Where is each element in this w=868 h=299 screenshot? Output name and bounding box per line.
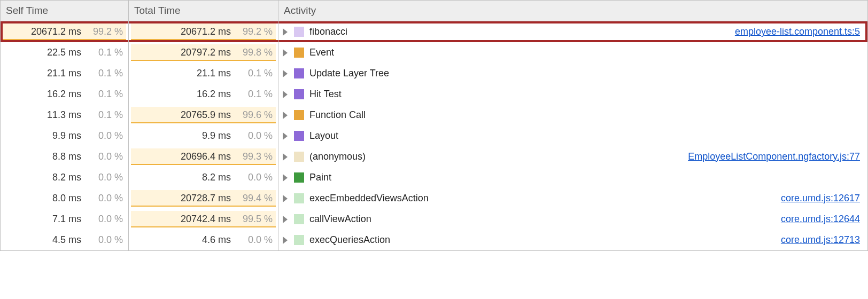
table-header: Self Time Total Time Activity [1, 1, 867, 21]
self-time-pct: 99.2 % [84, 26, 123, 37]
category-swatch-icon [294, 214, 304, 224]
col-header-self[interactable]: Self Time [1, 1, 129, 21]
total-time-cell: 4.6 ms0.0 % [129, 230, 278, 250]
table-row[interactable]: 11.3 ms0.1 %20765.9 ms99.6 %Function Cal… [1, 105, 867, 125]
total-time-pct: 0.1 % [234, 68, 273, 79]
table-row[interactable]: 9.9 ms0.0 %9.9 ms0.0 %Layout [1, 125, 867, 146]
self-time-ms: 22.5 ms [17, 47, 81, 58]
disclosure-triangle-icon[interactable] [283, 174, 288, 182]
total-time-ms: 4.6 ms [167, 234, 231, 246]
disclosure-triangle-icon[interactable] [283, 70, 288, 77]
activity-name: execEmbeddedViewsAction [309, 193, 776, 204]
total-time-cell: 16.2 ms0.1 % [129, 84, 278, 105]
total-time-pct: 0.1 % [234, 89, 273, 100]
self-time-pct: 0.0 % [84, 151, 123, 162]
source-link[interactable]: core.umd.js:12644 [781, 214, 860, 225]
total-time-cell: 8.2 ms0.0 % [129, 167, 278, 188]
source-link[interactable]: EmployeeListComponent.ngfactory.js:77 [688, 151, 860, 162]
disclosure-triangle-icon[interactable] [283, 195, 288, 202]
total-time-ms: 20742.4 ms [167, 214, 231, 225]
table-row[interactable]: 7.1 ms0.0 %20742.4 ms99.5 %callViewActio… [1, 209, 867, 230]
activity-name: Layout [309, 130, 860, 141]
category-swatch-icon [294, 89, 304, 99]
disclosure-triangle-icon[interactable] [283, 91, 288, 98]
self-time-pct: 0.0 % [84, 234, 123, 246]
category-swatch-icon [294, 193, 304, 203]
category-swatch-icon [294, 235, 304, 245]
total-time-ms: 20765.9 ms [167, 109, 231, 121]
disclosure-triangle-icon[interactable] [283, 49, 288, 57]
self-time-ms: 8.8 ms [17, 151, 81, 162]
disclosure-triangle-icon[interactable] [283, 237, 288, 244]
total-time-cell: 20765.9 ms99.6 % [129, 105, 278, 125]
table-row[interactable]: 20671.2 ms99.2 %20671.2 ms99.2 %fibonacc… [1, 21, 867, 42]
self-time-cell: 11.3 ms0.1 % [1, 105, 129, 125]
disclosure-triangle-icon[interactable] [283, 216, 288, 223]
activity-name: Event [309, 47, 860, 58]
total-time-cell: 9.9 ms0.0 % [129, 125, 278, 146]
activity-cell: Paint [278, 167, 867, 188]
activity-cell: Update Layer Tree [278, 63, 867, 84]
total-time-cell: 20696.4 ms99.3 % [129, 146, 278, 167]
activity-name: Hit Test [309, 89, 860, 100]
total-time-pct: 0.0 % [234, 234, 273, 246]
self-time-ms: 7.1 ms [17, 214, 81, 225]
self-time-cell: 8.8 ms0.0 % [1, 146, 129, 167]
activity-name: fibonacci [309, 26, 730, 37]
self-time-pct: 0.0 % [84, 130, 123, 141]
self-time-pct: 0.1 % [84, 68, 123, 79]
total-time-ms: 21.1 ms [167, 68, 231, 79]
table-row[interactable]: 21.1 ms0.1 %21.1 ms0.1 %Update Layer Tre… [1, 63, 867, 84]
disclosure-triangle-icon[interactable] [283, 153, 288, 161]
total-time-ms: 20696.4 ms [167, 151, 231, 162]
disclosure-triangle-icon[interactable] [283, 112, 288, 119]
total-time-ms: 16.2 ms [167, 89, 231, 100]
activity-cell: callViewActioncore.umd.js:12644 [278, 209, 867, 230]
table-row[interactable]: 22.5 ms0.1 %20797.2 ms99.8 %Event [1, 42, 867, 63]
activity-name: (anonymous) [309, 151, 683, 162]
total-time-pct: 99.3 % [234, 151, 273, 162]
self-time-cell: 9.9 ms0.0 % [1, 125, 129, 146]
self-time-pct: 0.1 % [84, 47, 123, 58]
total-time-pct: 0.0 % [234, 130, 273, 141]
col-header-total[interactable]: Total Time [129, 1, 278, 21]
total-time-pct: 99.6 % [234, 109, 273, 121]
self-time-cell: 7.1 ms0.0 % [1, 209, 129, 230]
activity-name: Function Call [309, 109, 860, 121]
source-link[interactable]: employee-list.component.ts:5 [735, 26, 860, 37]
self-time-pct: 0.0 % [84, 193, 123, 204]
disclosure-triangle-icon[interactable] [283, 28, 288, 36]
activity-cell: execEmbeddedViewsActioncore.umd.js:12617 [278, 188, 867, 209]
source-link[interactable]: core.umd.js:12713 [781, 234, 860, 246]
total-time-ms: 8.2 ms [167, 172, 231, 183]
table-row[interactable]: 16.2 ms0.1 %16.2 ms0.1 %Hit Test [1, 84, 867, 105]
self-time-pct: 0.0 % [84, 214, 123, 225]
activity-cell: fibonacciemployee-list.component.ts:5 [278, 21, 867, 42]
table-row[interactable]: 8.2 ms0.0 %8.2 ms0.0 %Paint [1, 167, 867, 188]
category-swatch-icon [294, 131, 304, 141]
activity-name: Update Layer Tree [309, 68, 860, 79]
total-time-pct: 99.4 % [234, 193, 273, 204]
activity-cell: Event [278, 42, 867, 63]
total-time-cell: 20728.7 ms99.4 % [129, 188, 278, 209]
self-time-ms: 8.2 ms [17, 172, 81, 183]
category-swatch-icon [294, 48, 304, 58]
table-row[interactable]: 8.0 ms0.0 %20728.7 ms99.4 %execEmbeddedV… [1, 188, 867, 209]
col-header-activity[interactable]: Activity [278, 1, 867, 21]
self-time-ms: 8.0 ms [17, 193, 81, 204]
category-swatch-icon [294, 152, 304, 162]
activity-cell: Layout [278, 125, 867, 146]
self-time-cell: 8.0 ms0.0 % [1, 188, 129, 209]
category-swatch-icon [294, 110, 304, 120]
table-row[interactable]: 4.5 ms0.0 %4.6 ms0.0 %execQueriesActionc… [1, 230, 867, 250]
self-time-ms: 20671.2 ms [17, 26, 81, 37]
activity-name: Paint [309, 172, 860, 183]
total-time-cell: 20671.2 ms99.2 % [129, 21, 278, 42]
self-time-ms: 4.5 ms [17, 234, 81, 246]
table-row[interactable]: 8.8 ms0.0 %20696.4 ms99.3 %(anonymous)Em… [1, 146, 867, 167]
disclosure-triangle-icon[interactable] [283, 132, 288, 140]
source-link[interactable]: core.umd.js:12617 [781, 193, 860, 204]
total-time-pct: 99.5 % [234, 214, 273, 225]
category-swatch-icon [294, 172, 304, 183]
total-time-cell: 21.1 ms0.1 % [129, 63, 278, 84]
